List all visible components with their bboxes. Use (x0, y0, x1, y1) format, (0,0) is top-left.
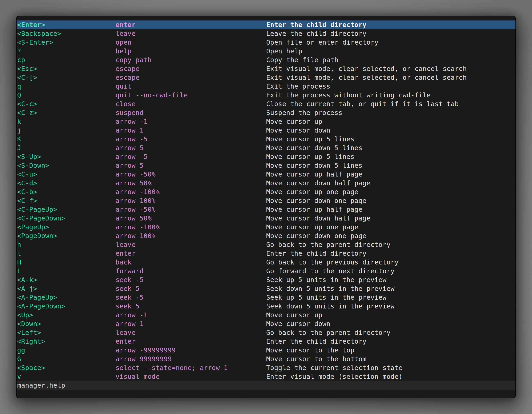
desktop-background: { "colors": { "page_bg_top": "#7e7e7e", … (0, 0, 532, 414)
keybind-row[interactable]: J arrow 5 Move cursor down 5 lines (17, 144, 515, 152)
keybind-row[interactable]: <C-PageUp> arrow -50% Move cursor up hal… (17, 205, 515, 214)
keybind-row[interactable]: <C-b> arrow -100% Move cursor up one pag… (17, 188, 515, 196)
keybind-description-cell: Go back to the parent directory (266, 240, 390, 249)
keybind-key-cell: <Esc> (17, 64, 37, 73)
keybind-description-cell: Move cursor down half page (266, 214, 370, 223)
keybind-description-cell: Enter visual mode (selection mode) (266, 372, 403, 381)
keybind-description-cell: Move cursor to the bottom (266, 355, 366, 364)
keybind-row[interactable]: cp copy path Copy the file path (17, 56, 515, 64)
keybind-row[interactable]: <C-f> arrow 100% Move cursor down one pa… (17, 196, 515, 205)
keybind-row[interactable]: <A-j> seek 5 Seek down 5 units in the pr… (17, 284, 515, 293)
keybind-row[interactable]: <A-k> seek -5 Seek up 5 units in the pre… (17, 276, 515, 284)
keybind-row[interactable]: <C-PageDown> arrow 50% Move cursor down … (17, 214, 515, 223)
keybind-description-cell: Seek up 5 units in the preview (266, 276, 386, 284)
keybind-description-cell: Go forward to the next directory (266, 267, 395, 276)
keybind-row[interactable]: <Up> arrow -1 Move cursor up (17, 311, 515, 319)
keybind-row[interactable]: <C-z> suspend Suspend the process (17, 108, 515, 117)
keybind-command-cell: arrow -99999999 (115, 346, 176, 355)
keybind-row[interactable]: <S-Enter> open Open file or enter direct… (17, 38, 515, 47)
keybind-key-cell: <Right> (17, 337, 45, 346)
keybind-command-cell: arrow 50% (115, 214, 152, 223)
keybind-row[interactable]: v visual_mode Enter visual mode (selecti… (17, 372, 515, 381)
keybind-description-cell: Move cursor up 5 lines (266, 135, 354, 144)
keybind-key-cell: <PageUp> (17, 223, 49, 231)
keybind-row[interactable]: <Left> leave Go back to the parent direc… (17, 328, 515, 337)
keybind-key-cell: <Space> (17, 364, 45, 372)
keybind-row[interactable]: h leave Go back to the parent directory (17, 240, 515, 249)
keybind-description-cell: Move cursor up (266, 117, 323, 126)
keybind-row[interactable]: <C-u> arrow -50% Move cursor up half pag… (17, 170, 515, 179)
keybind-row[interactable]: <PageUp> arrow -100% Move cursor up one … (17, 223, 515, 231)
keybind-row[interactable]: <S-Up> arrow -5 Move cursor up 5 lines (17, 152, 515, 161)
keybind-key-cell: gg (17, 346, 25, 355)
keybind-command-cell: quit (115, 82, 132, 91)
keybind-description-cell: Leave the child directory (266, 29, 366, 38)
keybind-key-cell: <C-PageUp> (17, 205, 57, 214)
keybind-row[interactable]: <Backspace> leave Leave the child direct… (17, 29, 515, 38)
keybind-command-cell: seek 5 (115, 302, 140, 311)
keybind-description-cell: Open help (266, 47, 302, 56)
keybind-row[interactable]: <S-Down> arrow 5 Move cursor down 5 line… (17, 161, 515, 170)
status-bar: manager.help (17, 381, 515, 390)
keybind-row[interactable]: <A-PageUp> seek -5 Seek up 5 units in th… (17, 293, 515, 302)
keybind-description-cell: Go back to the parent directory (266, 328, 390, 337)
keybind-key-cell: <A-k> (17, 276, 37, 284)
keybind-row[interactable]: <C-c> close Close the current tab, or qu… (17, 100, 515, 108)
keybind-row[interactable]: L forward Go forward to the next directo… (17, 267, 515, 276)
keybind-description-cell: Seek up 5 units in the preview (266, 293, 386, 302)
keybind-description-cell: Exit the process (266, 82, 330, 91)
keybind-command-cell: visual_mode (115, 372, 160, 381)
keybind-command-cell: help (115, 47, 132, 56)
keybind-row[interactable]: Q quit --no-cwd-file Exit the process wi… (17, 91, 515, 100)
keybind-description-cell: Move cursor up 5 lines (266, 152, 354, 161)
keybind-key-cell: <A-j> (17, 284, 37, 293)
keybind-description-cell: Seek down 5 units in the preview (266, 302, 395, 311)
keybind-key-cell: <PageDown> (17, 231, 57, 240)
keybind-description-cell: Exit the process without writing cwd-fil… (266, 91, 431, 100)
keybind-row[interactable]: ? help Open help (17, 47, 515, 56)
keybind-row[interactable]: k arrow -1 Move cursor up (17, 117, 515, 126)
keybind-command-cell: close (115, 100, 135, 108)
keybind-description-cell: Move cursor down one page (266, 196, 366, 205)
keybind-description-cell: Suspend the process (266, 108, 342, 117)
keybind-row[interactable]: j arrow 1 Move cursor down (17, 126, 515, 135)
keybind-row[interactable]: <Space> select --state=none; arrow 1 Tog… (17, 364, 515, 372)
keybind-row[interactable]: q quit Exit the process (17, 82, 515, 91)
keybind-row[interactable]: <Enter> enter Enter the child directory (17, 20, 515, 29)
keybind-command-cell: arrow -50% (115, 170, 156, 179)
keybind-row[interactable]: H back Go back to the previous directory (17, 258, 515, 267)
keybind-command-cell: seek -5 (115, 293, 143, 302)
keybind-command-cell: arrow -5 (115, 135, 148, 144)
keybind-command-cell: select --state=none; arrow 1 (115, 364, 228, 372)
keybind-command-cell: arrow 100% (115, 196, 156, 205)
keybind-command-cell: arrow 50% (115, 179, 152, 188)
keybind-command-cell: enter (115, 20, 135, 29)
keybind-row[interactable]: <Down> arrow 1 Move cursor down (17, 319, 515, 328)
keybind-key-cell: <S-Down> (17, 161, 49, 170)
keybind-row[interactable]: gg arrow -99999999 Move cursor to the to… (17, 346, 515, 355)
keybind-row[interactable]: <PageDown> arrow 100% Move cursor down o… (17, 231, 515, 240)
keybind-key-cell: <Enter> (17, 20, 45, 29)
keybind-description-cell: Enter the child directory (266, 337, 366, 346)
keybind-key-cell: <C-c> (17, 100, 37, 108)
keybind-row[interactable]: <A-PageDown> seek 5 Seek down 5 units in… (17, 302, 515, 311)
keybind-row[interactable]: <Esc> escape Exit visual mode, clear sel… (17, 64, 515, 73)
keybind-description-cell: Move cursor down 5 lines (266, 161, 362, 170)
keybind-description-cell: Enter the child directory (266, 20, 366, 29)
keybind-key-cell: <S-Up> (17, 152, 41, 161)
keybind-key-cell: j (17, 126, 21, 135)
terminal-window: <Enter> enter Enter the child directory … (16, 16, 516, 398)
keybind-row[interactable]: <C-d> arrow 50% Move cursor down half pa… (17, 179, 515, 188)
keybind-row[interactable]: <Right> enter Enter the child directory (17, 337, 515, 346)
keybind-row[interactable]: l enter Enter the child directory (17, 249, 515, 258)
keybind-row[interactable]: <C-[> escape Exit visual mode, clear sel… (17, 73, 515, 82)
keybind-command-cell: arrow -5 (115, 152, 148, 161)
keybind-row[interactable]: K arrow -5 Move cursor up 5 lines (17, 135, 515, 144)
keybind-command-cell: arrow -1 (115, 117, 148, 126)
keybind-key-cell: k (17, 117, 21, 126)
keybind-command-cell: arrow 5 (115, 144, 143, 152)
keybind-description-cell: Move cursor down 5 lines (266, 144, 362, 152)
keybind-row[interactable]: G arrow 99999999 Move cursor to the bott… (17, 355, 515, 364)
keybind-key-cell: <S-Enter> (17, 38, 53, 47)
keybind-command-cell: back (115, 258, 132, 267)
